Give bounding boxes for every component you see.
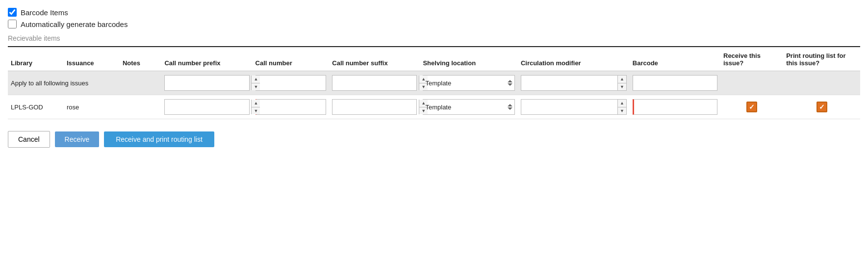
section-label: Recievable items <box>8 34 860 42</box>
apply-circ-mod-input[interactable]: ▲ ▼ <box>521 75 627 91</box>
apply-barcode-field[interactable] <box>633 75 717 91</box>
row-library: LPLS-GOD <box>11 104 43 111</box>
col-header-circulation-modifier: Circulation modifier <box>518 47 630 71</box>
apply-all-row: Apply to all following issues ▲ ▼ <box>8 71 860 95</box>
auto-generate-label: Automatically generate barcodes <box>21 20 128 28</box>
col-header-notes: Notes <box>120 47 161 71</box>
row-barcode-field[interactable] <box>633 99 717 115</box>
receive-button[interactable]: Receive <box>55 131 100 147</box>
apply-cn-field[interactable] <box>256 76 342 90</box>
col-header-library: Library <box>8 47 64 71</box>
row-cn-prefix-input[interactable]: ▲ ▼ <box>164 99 249 115</box>
col-header-call-number-prefix: Call number prefix <box>161 47 252 71</box>
arrow-up-icon <box>508 104 512 106</box>
receive-and-print-button[interactable]: Receive and print routing list <box>104 131 214 147</box>
apply-cn-suffix-field[interactable] <box>332 76 419 90</box>
row-barcode-input[interactable] <box>633 99 717 115</box>
footer-buttons: Cancel Receive Receive and print routing… <box>8 131 860 148</box>
barcode-items-checkbox[interactable] <box>8 8 17 17</box>
row-shelving-select[interactable]: Template <box>423 99 514 115</box>
row-shelving-value: Template <box>425 104 505 111</box>
row-cn-suffix-input[interactable]: ▲ ▼ <box>332 99 417 115</box>
apply-shelving-select[interactable]: Template <box>423 75 514 91</box>
row-cn-input[interactable] <box>255 99 327 115</box>
apply-circ-mod-up[interactable]: ▲ <box>618 76 626 83</box>
row-circ-mod-field[interactable] <box>521 100 617 114</box>
barcode-items-label: Barcode Items <box>21 8 68 17</box>
row-print-checked-icon[interactable]: ✓ <box>817 102 827 112</box>
receivable-items-table: Library Issuance Notes Call number prefi… <box>8 47 860 119</box>
arrow-down-icon <box>508 107 512 110</box>
row-circ-mod-down[interactable]: ▼ <box>618 107 626 115</box>
row-issuance: rose <box>67 104 79 111</box>
apply-circ-mod-spinner: ▲ ▼ <box>617 76 626 90</box>
col-header-issuance: Issuance <box>64 47 120 71</box>
apply-all-label: Apply to all following issues <box>11 79 88 87</box>
col-header-shelving-location: Shelving location <box>420 47 517 71</box>
apply-cn-prefix-field[interactable] <box>165 76 251 90</box>
row-cn-field[interactable] <box>257 100 343 114</box>
apply-circ-mod-down[interactable]: ▼ <box>618 83 626 91</box>
table-row: LPLS-GOD rose ▲ ▼ <box>8 95 860 119</box>
col-header-call-number-suffix: Call number suffix <box>329 47 420 71</box>
row-shelving-arrow <box>508 104 512 110</box>
apply-circ-mod-field[interactable] <box>521 76 617 90</box>
row-print-checkbox-cell: ✓ <box>786 102 857 112</box>
apply-shelving-arrow <box>508 80 512 86</box>
col-header-receive-this-issue: Receive this issue? <box>720 47 783 71</box>
auto-generate-checkbox[interactable] <box>8 20 17 28</box>
col-header-call-number: Call number <box>253 47 330 71</box>
apply-barcode-input[interactable] <box>633 75 717 91</box>
row-circ-mod-spinner: ▲ ▼ <box>617 100 626 114</box>
row-cn-suffix-field[interactable] <box>332 100 419 114</box>
cancel-button[interactable]: Cancel <box>8 131 50 148</box>
apply-cn-input[interactable] <box>255 75 327 91</box>
arrow-up-icon <box>508 80 512 82</box>
apply-cn-suffix-input[interactable]: ▲ ▼ <box>332 75 417 91</box>
col-header-print-routing-list: Print routing list for this issue? <box>783 47 860 71</box>
row-circ-mod-input[interactable]: ▲ ▼ <box>521 99 627 115</box>
arrow-down-icon <box>508 83 512 86</box>
row-receive-checked-icon[interactable]: ✓ <box>746 102 757 112</box>
apply-cn-prefix-input[interactable]: ▲ ▼ <box>164 75 249 91</box>
row-circ-mod-up[interactable]: ▲ <box>618 100 626 107</box>
row-receive-checkbox-cell: ✓ <box>723 102 780 112</box>
col-header-barcode: Barcode <box>630 47 720 71</box>
row-cn-prefix-field[interactable] <box>165 100 251 114</box>
apply-shelving-value: Template <box>425 79 505 87</box>
